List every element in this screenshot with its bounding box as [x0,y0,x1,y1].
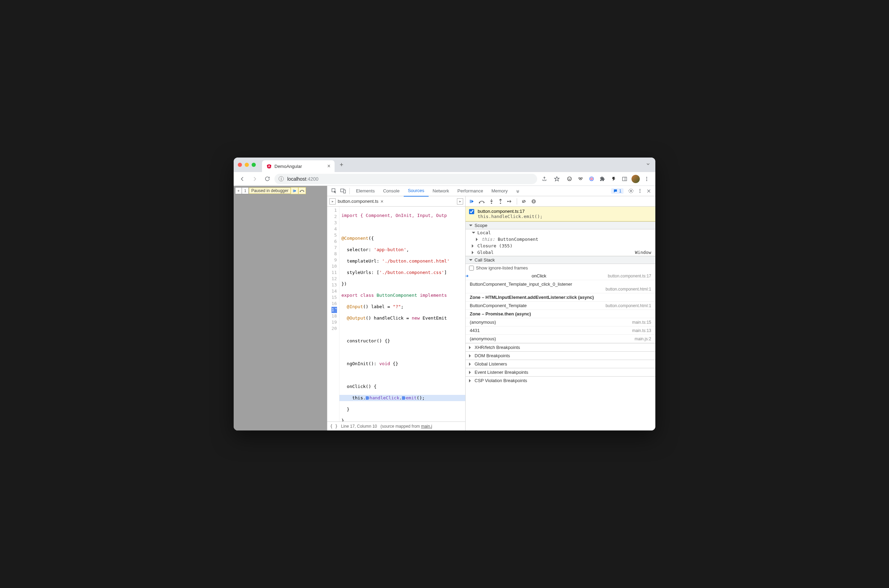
tabs-dropdown-icon[interactable] [646,162,650,166]
pause-on-exceptions-button[interactable] [531,199,536,204]
navigator-toggle-icon[interactable]: ▸ [329,198,336,204]
svg-point-26 [532,200,536,204]
side-panel-icon[interactable] [619,174,630,184]
stack-frame[interactable]: Zone – HTMLInputElement.addEventListener… [466,293,655,302]
url-input[interactable]: i localhost:4200 [275,174,537,184]
breakpoint-expression: this.handleClick.emit(); [478,214,543,219]
callstack-header[interactable]: Call Stack [466,256,655,264]
debugger-toggle-icon[interactable]: ▸ [457,198,463,204]
svg-point-6 [591,178,592,180]
svg-rect-27 [533,200,533,202]
tab-elements[interactable]: Elements [352,186,379,196]
overlay-add-button[interactable]: + [235,187,242,194]
collapsed-section[interactable]: XHR/fetch Breakpoints [466,343,655,351]
ext-icon-3[interactable] [586,174,596,184]
deactivate-breakpoints-button[interactable] [521,199,527,204]
scope-local[interactable]: Local [466,230,655,236]
settings-icon[interactable] [626,188,635,194]
browser-tab[interactable]: DemoAngular × [262,160,335,172]
devtools-tabbar: Elements Console Sources Network Perform… [327,186,655,196]
extensions-icon[interactable] [597,174,608,184]
svg-point-11 [646,180,647,181]
site-info-icon[interactable]: i [279,176,284,182]
ext-icon-2[interactable] [575,174,586,184]
step-into-button[interactable] [489,199,494,204]
scope-global[interactable]: GlobalWindow [466,249,655,256]
device-mode-icon[interactable] [338,188,347,194]
new-tab-button[interactable]: + [337,160,346,170]
ext-icon-1[interactable] [564,174,574,184]
stack-frame[interactable]: Zone – Promise.then (async) [466,310,655,318]
nav-back-button[interactable] [237,174,248,184]
tab-network[interactable]: Network [429,186,454,196]
overlay-resume-button[interactable] [291,187,298,194]
tabs-overflow-icon[interactable] [513,189,522,194]
window-close[interactable] [238,163,242,167]
tab-sources[interactable]: Sources [404,186,429,196]
tab-memory[interactable]: Memory [487,186,512,196]
breakpoint-checkbox[interactable] [469,209,474,214]
svg-point-23 [491,202,492,204]
mapped-from-link[interactable]: main.j [421,424,432,429]
show-ignore-checkbox[interactable] [469,266,474,270]
scope-header[interactable]: Scope [466,222,655,230]
angular-icon [266,164,272,169]
stack-frame[interactable]: ButtonComponent_Template_input_click_0_l… [466,280,655,293]
editor-statusbar: { } Line 17, Column 10 (source mapped fr… [327,422,465,430]
url-port: :4200 [306,176,318,182]
page-viewport: + 1 Paused in debugger [234,186,327,430]
nav-forward-button[interactable] [249,174,260,184]
svg-point-5 [589,177,593,181]
collapsed-section[interactable]: Global Listeners [466,360,655,368]
svg-point-20 [640,192,640,193]
tabstrip: DemoAngular × + [234,158,655,172]
svg-point-22 [479,202,480,203]
devtools-menu-icon[interactable] [635,188,644,194]
stack-frame[interactable]: (anonymous)main.js:2 [466,335,655,343]
breakpoint-item[interactable]: button.component.ts:17 this.handleClick.… [466,207,655,222]
svg-point-1 [568,178,569,178]
scope-closure[interactable]: Closure (355) [466,243,655,249]
code-lines: import { Component, OnInit, Input, Outp … [339,207,465,422]
devtools-close-icon[interactable] [644,189,653,194]
svg-point-9 [646,177,647,178]
stack-frame[interactable]: (anonymous)main.ts:15 [466,318,655,327]
step-over-button[interactable] [479,199,485,204]
close-icon[interactable]: × [327,163,330,169]
collapsed-section[interactable]: Event Listener Breakpoints [466,368,655,376]
address-bar: i localhost:4200 [234,172,655,186]
tab-performance[interactable]: Performance [453,186,487,196]
overlay-step-button[interactable] [298,187,306,194]
profile-avatar[interactable] [631,174,641,184]
step-out-button[interactable] [498,199,503,204]
stack-frame[interactable]: onClickbutton.component.ts:17 [466,272,655,280]
step-button[interactable] [507,199,513,204]
issues-badge[interactable]: 1 [611,188,623,194]
bookmark-icon[interactable] [552,174,562,184]
inspect-icon[interactable] [329,188,338,194]
resume-button[interactable] [469,199,475,204]
pretty-print-icon[interactable]: { } [330,424,338,429]
share-icon[interactable] [539,174,550,184]
stack-frame[interactable]: ButtonComponent_Templatebutton.component… [466,302,655,310]
paused-label: Paused in debugger [249,188,291,194]
collapsed-section[interactable]: CSP Violation Breakpoints [466,376,655,384]
svg-rect-16 [343,190,345,193]
issues-count: 1 [619,189,622,194]
chrome-menu-icon[interactable] [641,174,652,184]
scope-this[interactable]: this: ButtonComponent [466,236,655,243]
tab-console[interactable]: Console [379,186,404,196]
show-ignore-listed[interactable]: Show ignore-listed frames [466,264,655,272]
editor-toolbar: ▸ button.component.ts × ▸ [327,196,465,207]
reload-button[interactable] [262,174,272,184]
window-minimize[interactable] [245,163,249,167]
stack-frame[interactable]: 4431main.ts:13 [466,327,655,335]
editor-close-icon[interactable]: × [381,198,384,204]
svg-point-10 [646,178,647,179]
debugger-pane: button.component.ts:17 this.handleClick.… [466,196,655,430]
ext-icon-5[interactable] [608,174,619,184]
collapsed-section[interactable]: DOM Breakpoints [466,351,655,360]
window-zoom[interactable] [252,163,256,167]
callstack-list: onClickbutton.component.ts:17ButtonCompo… [466,272,655,343]
code-editor[interactable]: 1234567891011121314151617181920 import {… [327,207,465,422]
